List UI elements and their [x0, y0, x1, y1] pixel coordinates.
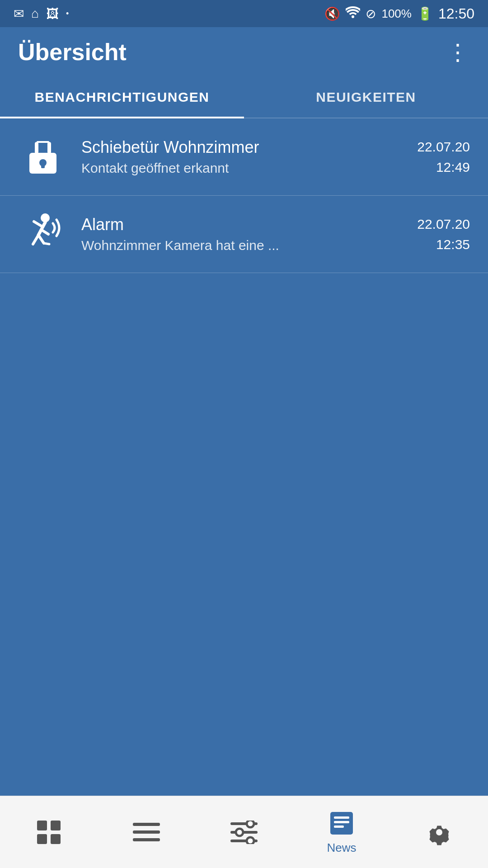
notif-time-2: 22.07.20 12:35 [417, 214, 470, 255]
nav-item-settings[interactable] [390, 796, 488, 868]
svg-point-23 [236, 829, 243, 836]
home-icon: ⌂ [31, 6, 39, 21]
svg-point-30 [436, 829, 442, 835]
status-icons-right: 🔇 ⊘ 100% 🔋 12:50 [324, 5, 474, 22]
wifi-icon [346, 6, 360, 21]
notif-title-2: Alarm [81, 215, 417, 234]
motion-icon-wrapper [18, 209, 68, 259]
svg-rect-29 [334, 826, 344, 828]
svg-rect-18 [133, 830, 160, 834]
header: Übersicht ⋮ [0, 27, 488, 77]
svg-point-25 [247, 837, 254, 844]
lock-icon [23, 137, 63, 177]
svg-rect-1 [35, 142, 38, 154]
mail-icon: ✉ [14, 6, 24, 21]
svg-rect-27 [334, 816, 349, 819]
sliders-icon [230, 821, 258, 844]
notif-subtitle-2: Wohnzimmer Kamera hat eine ... [81, 238, 417, 253]
svg-rect-14 [51, 821, 61, 830]
svg-rect-19 [133, 838, 160, 841]
svg-rect-28 [334, 821, 349, 823]
bottom-nav: News [0, 796, 488, 868]
tabs: BENACHRICHTIGUNGEN NEUIGKEITEN [0, 77, 488, 118]
tab-notifications[interactable]: BENACHRICHTIGUNGEN [0, 77, 244, 118]
status-bar: ✉ ⌂ 🖼 • 🔇 ⊘ 100% 🔋 12:50 [0, 0, 488, 27]
list-icon [133, 821, 160, 844]
notif-subtitle-1: Kontakt geöffnet erkannt [81, 160, 417, 176]
svg-line-11 [38, 235, 44, 243]
svg-line-12 [44, 243, 49, 244]
svg-line-8 [34, 222, 43, 227]
tab-news-label: NEUIGKEITEN [316, 90, 416, 105]
image-icon: 🖼 [46, 6, 59, 21]
nav-item-dashboard[interactable] [0, 796, 98, 868]
mute-icon: 🔇 [324, 6, 340, 21]
svg-rect-17 [133, 823, 160, 826]
lock-icon-wrapper [18, 132, 68, 182]
motion-icon [20, 212, 66, 257]
blocked-icon: ⊘ [366, 6, 376, 21]
notif-content-2: Alarm Wohnzimmer Kamera hat eine ... [81, 215, 417, 253]
grid-icon [35, 819, 62, 846]
status-icons-left: ✉ ⌂ 🖼 • [14, 6, 69, 21]
svg-rect-15 [37, 834, 47, 844]
battery-percent: 100% [381, 7, 412, 21]
header-title: Übersicht [18, 38, 127, 66]
svg-line-10 [33, 235, 38, 244]
tab-notifications-label: BENACHRICHTIGUNGEN [35, 90, 210, 105]
gear-icon [425, 818, 453, 846]
svg-rect-13 [37, 821, 47, 830]
dot-icon: • [66, 9, 69, 19]
notification-item[interactable]: Schiebetür Wohnzimmer Kontakt geöffnet e… [0, 118, 488, 196]
status-time: 12:50 [438, 5, 474, 22]
svg-rect-0 [37, 141, 49, 143]
nav-item-news[interactable]: News [293, 796, 390, 868]
notif-content-1: Schiebetür Wohnzimmer Kontakt geöffnet e… [81, 138, 417, 176]
nav-item-list[interactable] [98, 796, 195, 868]
nav-news-label: News [327, 841, 356, 855]
svg-point-21 [247, 821, 254, 827]
battery-icon: 🔋 [417, 6, 433, 21]
tab-news[interactable]: NEUIGKEITEN [244, 77, 488, 118]
svg-rect-2 [47, 142, 51, 154]
nav-item-filter[interactable] [195, 796, 293, 868]
notification-item[interactable]: Alarm Wohnzimmer Kamera hat eine ... 22.… [0, 196, 488, 273]
svg-rect-16 [51, 834, 61, 844]
notif-time-1: 22.07.20 12:49 [417, 137, 470, 177]
svg-rect-5 [41, 164, 45, 168]
notification-list: Schiebetür Wohnzimmer Kontakt geöffnet e… [0, 118, 488, 796]
notif-title-1: Schiebetür Wohnzimmer [81, 138, 417, 157]
svg-line-9 [41, 230, 48, 234]
more-options-icon[interactable]: ⋮ [446, 41, 470, 63]
news-icon [328, 809, 356, 837]
